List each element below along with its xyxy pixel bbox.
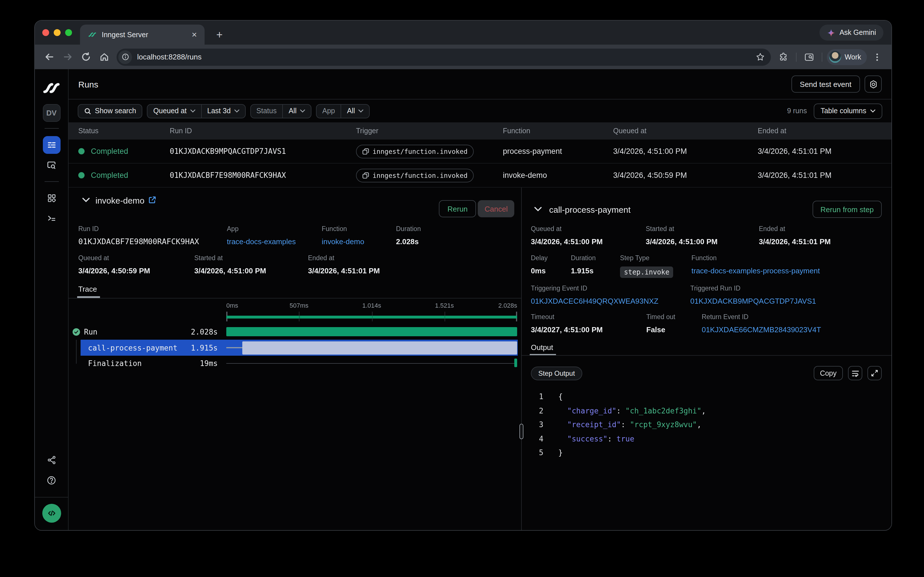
field-step-queued-at: Queued at 3/4/2026, 4:51:00 PM [531, 225, 603, 247]
chevron-down-icon [358, 109, 363, 113]
table-row[interactable]: Completed 01KJXDACBF7E98M00RAFCK9HAX inn… [69, 164, 892, 188]
gemini-icon [827, 28, 836, 37]
toolbar-separator [796, 52, 797, 61]
trace-bar-step[interactable] [242, 341, 517, 354]
chevron-down-icon [234, 109, 239, 113]
sidebar-item-help[interactable] [43, 471, 60, 489]
step-output-toggle[interactable]: Step Output [531, 367, 582, 380]
ask-gemini-button[interactable]: Ask Gemini [820, 24, 884, 40]
function-link[interactable]: invoke-demo [322, 237, 364, 246]
tab-output[interactable]: Output [531, 343, 553, 352]
back-button[interactable] [41, 49, 57, 65]
sidebar-divider [35, 497, 68, 498]
column-header-queued-at[interactable]: Queued at [603, 127, 748, 135]
collapse-step-chevron-icon[interactable] [534, 206, 542, 211]
minimize-window-button[interactable] [54, 29, 61, 36]
column-header-status[interactable]: Status [69, 127, 160, 135]
copy-button[interactable]: Copy [814, 366, 843, 380]
trigger-badge[interactable]: inngest/function.invoked [356, 168, 474, 182]
field-return-event-id: Return Event ID 01KJXDAE66CMZMB28439023V… [702, 313, 821, 335]
step-detail-panel: call-process-payment Rerun from step Que… [522, 188, 892, 530]
trace-span-name[interactable]: Finalization [88, 359, 142, 368]
step-title: call-process-payment [549, 205, 631, 214]
sidebar-item-apps[interactable] [43, 189, 60, 207]
trace-span-name[interactable]: Run [84, 328, 97, 336]
column-header-ended-at[interactable]: Ended at [748, 127, 892, 135]
close-window-button[interactable] [42, 29, 49, 36]
inngest-favicon-icon [88, 30, 96, 39]
output-code[interactable]: 1{ 2 "charge_id": "ch_1abc2def3ghi", 3 "… [531, 390, 886, 460]
sidebar-item-share[interactable] [43, 451, 60, 469]
step-function-link[interactable]: trace-docs-examples-process-payment [691, 266, 820, 275]
dev-mode-button[interactable] [42, 504, 61, 523]
screen: Inngest Server ✕ + Ask Gemini [0, 0, 924, 577]
run-status: Completed [91, 147, 128, 156]
filter-bar: Show search Queued at Last 3d Status Al [69, 100, 892, 122]
return-event-id-link[interactable]: 01KJXDAE66CMZMB28439023V4T [702, 326, 821, 334]
tab-trace[interactable]: Trace [78, 285, 97, 293]
column-header-run-id[interactable]: Run ID [160, 127, 346, 135]
page-title: Runs [78, 79, 98, 89]
sidebar: DV [35, 69, 69, 530]
trigger-badge[interactable]: inngest/function.invoked [356, 144, 474, 158]
external-link-icon[interactable] [148, 195, 157, 204]
forward-button[interactable] [59, 49, 76, 65]
field-step-duration: Duration 1.915s [571, 255, 596, 276]
detail-split: invoke-demo Rerun Cancel Run ID 01KJXDAC… [69, 188, 892, 530]
url-bar[interactable]: localhost:8288/runs [117, 48, 771, 66]
event-search-icon [46, 160, 56, 170]
sidebar-item-functions[interactable] [43, 209, 60, 227]
trace-bar-connector [226, 363, 514, 364]
app-filter[interactable]: App All [316, 104, 370, 118]
sidebar-item-runs[interactable] [43, 136, 60, 154]
rerun-button[interactable]: Rerun [439, 200, 476, 217]
trace-bar-connector [226, 347, 242, 348]
cancel-button[interactable]: Cancel [478, 200, 514, 217]
table-row[interactable]: Completed 01KJXDACKB9MPQACGTDP7JAVS1 inn… [69, 140, 892, 164]
runs-count: 9 runs [787, 107, 807, 115]
home-button[interactable] [96, 49, 112, 65]
site-info-icon[interactable] [118, 50, 132, 64]
workspace-badge[interactable]: DV [43, 104, 60, 122]
field-step-started-at: Started at 3/4/2026, 4:51:00 PM [646, 225, 718, 247]
reload-button[interactable] [78, 49, 94, 65]
gear-icon [868, 79, 878, 89]
tab-close-icon[interactable]: ✕ [190, 30, 199, 39]
maximize-window-button[interactable] [65, 29, 72, 36]
show-search-button[interactable]: Show search [78, 104, 143, 118]
browser-tab[interactable]: Inngest Server ✕ [80, 24, 204, 45]
panel-resize-handle[interactable] [519, 424, 524, 439]
settings-button[interactable] [865, 76, 882, 93]
bookmark-star-icon[interactable] [755, 52, 765, 62]
expand-button[interactable] [868, 366, 882, 380]
trace-minimap[interactable] [226, 316, 517, 318]
table-columns-button[interactable]: Table columns [814, 103, 882, 119]
app-link[interactable]: trace-docs-examples [227, 237, 296, 246]
search-tabs-icon[interactable] [801, 49, 817, 65]
extensions-icon[interactable] [775, 49, 791, 65]
check-circle-icon [72, 328, 80, 336]
queued-at-filter[interactable]: Queued at Last 3d [147, 104, 246, 118]
collapse-run-chevron-icon[interactable] [82, 197, 90, 202]
browser-menu-icon[interactable] [869, 49, 885, 65]
apps-icon [47, 193, 56, 203]
sidebar-item-events[interactable] [43, 156, 60, 174]
triggering-event-id-link[interactable]: 01KJXDACEC6H49QRQXWEA93NXZ [531, 297, 659, 305]
triggered-run-id-link[interactable]: 01KJXDACKB9MPQACGTDP7JAVS1 [690, 297, 816, 305]
trace-bar-finalization[interactable] [514, 359, 517, 367]
browser-profile-button[interactable]: Work [827, 49, 867, 65]
status-filter[interactable]: Status All [250, 104, 312, 118]
functions-icon [47, 213, 56, 223]
field-step-function: Function trace-docs-examples-process-pay… [691, 255, 820, 276]
rerun-from-step-button[interactable]: Rerun from step [813, 201, 882, 218]
new-tab-button[interactable]: + [212, 28, 226, 42]
window-controls[interactable] [42, 29, 72, 36]
field-started-at: Started at 3/4/2026, 4:51:00 PM [194, 255, 266, 276]
trace-bar-run[interactable] [226, 327, 517, 336]
column-header-trigger[interactable]: Trigger [346, 127, 493, 135]
wrap-text-button[interactable] [848, 366, 862, 380]
send-test-event-button[interactable]: Send test event [791, 76, 860, 93]
code-line: 1{ [531, 390, 886, 404]
column-header-function[interactable]: Function [493, 127, 603, 135]
event-icon [362, 148, 369, 155]
